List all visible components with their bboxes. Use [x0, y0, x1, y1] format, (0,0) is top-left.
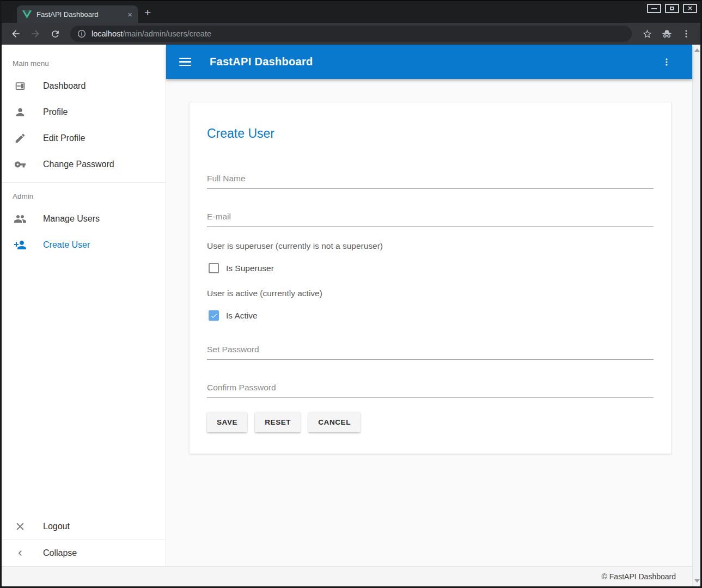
- back-icon[interactable]: [8, 26, 23, 41]
- sidebar-item-label: Logout: [43, 522, 70, 531]
- dashboard-icon: [14, 79, 27, 93]
- key-icon: [14, 158, 27, 171]
- sidebar-item-label: Edit Profile: [43, 133, 85, 143]
- email-field-wrap: [207, 211, 654, 227]
- person-add-icon: [14, 238, 27, 252]
- active-status-text: User is active (currently active): [207, 289, 654, 298]
- sidebar-item-collapse[interactable]: Collapse: [2, 540, 166, 566]
- email-input[interactable]: [207, 211, 654, 227]
- window-controls: ✕: [647, 4, 697, 13]
- bookmark-star-icon[interactable]: [639, 26, 655, 41]
- superuser-status-text: User is superuser (currently is not a su…: [207, 241, 654, 251]
- browser-tab[interactable]: FastAPI Dashboard ×: [17, 5, 138, 23]
- chevron-left-icon: [14, 547, 27, 560]
- cancel-button[interactable]: CANCEL: [308, 412, 361, 432]
- sidebar-item-manage-users[interactable]: Manage Users: [2, 206, 166, 232]
- confirm-password-field-wrap: [207, 382, 654, 398]
- pencil-icon: [14, 132, 27, 145]
- new-tab-button[interactable]: +: [144, 6, 151, 19]
- active-checkbox-label: Is Active: [226, 311, 258, 321]
- address-bar[interactable]: localhost/main/admin/users/create: [70, 26, 632, 42]
- sidebar-item-create-user[interactable]: Create User: [2, 232, 166, 258]
- active-checkbox[interactable]: [209, 310, 219, 321]
- confirm-password-input[interactable]: [207, 382, 654, 398]
- scroll-up-icon[interactable]: [694, 48, 700, 52]
- superuser-checkbox[interactable]: [209, 263, 219, 273]
- sidebar-item-label: Collapse: [43, 548, 77, 558]
- full-name-field-wrap: [207, 173, 654, 189]
- active-checkbox-row[interactable]: Is Active: [207, 310, 654, 321]
- appbar-menu-icon[interactable]: [662, 55, 679, 69]
- tab-title: FastAPI Dashboard: [36, 10, 123, 19]
- url-text[interactable]: localhost/main/admin/users/create: [91, 29, 211, 38]
- minimize-button[interactable]: [647, 4, 661, 13]
- url-path: /main/admin/users/create: [123, 29, 211, 38]
- page-footer: © FastAPI Dashboard: [2, 566, 692, 586]
- set-password-input[interactable]: [207, 344, 654, 360]
- set-password-field-wrap: [207, 344, 654, 360]
- sidebar-section-admin: Admin: [2, 183, 166, 206]
- tab-strip: FastAPI Dashboard × + ✕: [2, 1, 700, 23]
- maximize-button[interactable]: [665, 4, 679, 13]
- vue-logo-icon: [22, 10, 32, 19]
- main-area: FastAPI Dashboard Create User User is su…: [166, 45, 692, 586]
- sidebar-item-label: Profile: [43, 107, 68, 117]
- hamburger-menu-icon[interactable]: [179, 58, 191, 66]
- full-name-input[interactable]: [207, 173, 654, 189]
- sidebar-section-main-menu: Main menu: [2, 45, 166, 73]
- incognito-icon: [659, 26, 674, 41]
- appbar-title: FastAPI Dashboard: [210, 56, 662, 68]
- sidebar-item-profile[interactable]: Profile: [2, 99, 166, 125]
- copyright-text: © FastAPI Dashboard: [602, 572, 676, 581]
- people-icon: [14, 212, 27, 225]
- browser-toolbar: localhost/main/admin/users/create: [2, 23, 700, 45]
- person-icon: [14, 106, 27, 119]
- superuser-checkbox-label: Is Superuser: [226, 264, 274, 273]
- content-area: Create User User is superuser (currently…: [166, 79, 692, 454]
- form-buttons: SAVE RESET CANCEL: [207, 412, 654, 432]
- scroll-down-icon[interactable]: [694, 579, 700, 583]
- tab-close-icon[interactable]: ×: [127, 10, 132, 19]
- sidebar-item-logout[interactable]: Logout: [2, 513, 166, 540]
- sidebar-item-label: Manage Users: [43, 214, 100, 224]
- sidebar-item-label: Change Password: [43, 160, 114, 169]
- app-bar: FastAPI Dashboard: [166, 45, 692, 79]
- sidebar-item-dashboard[interactable]: Dashboard: [2, 73, 166, 99]
- reload-icon[interactable]: [47, 26, 63, 41]
- page-title: Create User: [207, 126, 654, 141]
- window-close-button[interactable]: ✕: [683, 4, 697, 13]
- save-button[interactable]: SAVE: [207, 412, 247, 432]
- sidebar-spacer: [2, 258, 166, 513]
- url-host: localhost: [91, 29, 123, 38]
- sidebar: Main menu Dashboard Profile: [2, 45, 166, 566]
- browser-window: FastAPI Dashboard × + ✕: [0, 0, 702, 588]
- sidebar-item-change-password[interactable]: Change Password: [2, 151, 166, 177]
- forward-icon[interactable]: [28, 26, 43, 41]
- sidebar-item-edit-profile[interactable]: Edit Profile: [2, 125, 166, 151]
- site-info-icon[interactable]: [77, 29, 86, 38]
- sidebar-item-label: Dashboard: [43, 81, 86, 91]
- vertical-scrollbar[interactable]: [692, 45, 700, 586]
- page: Main menu Dashboard Profile: [2, 45, 700, 586]
- create-user-card: Create User User is superuser (currently…: [189, 102, 672, 454]
- browser-menu-icon[interactable]: [679, 26, 694, 41]
- reset-button[interactable]: RESET: [255, 412, 301, 432]
- superuser-checkbox-row[interactable]: Is Superuser: [207, 263, 654, 273]
- sidebar-item-label: Create User: [43, 240, 90, 250]
- close-icon: [14, 520, 27, 533]
